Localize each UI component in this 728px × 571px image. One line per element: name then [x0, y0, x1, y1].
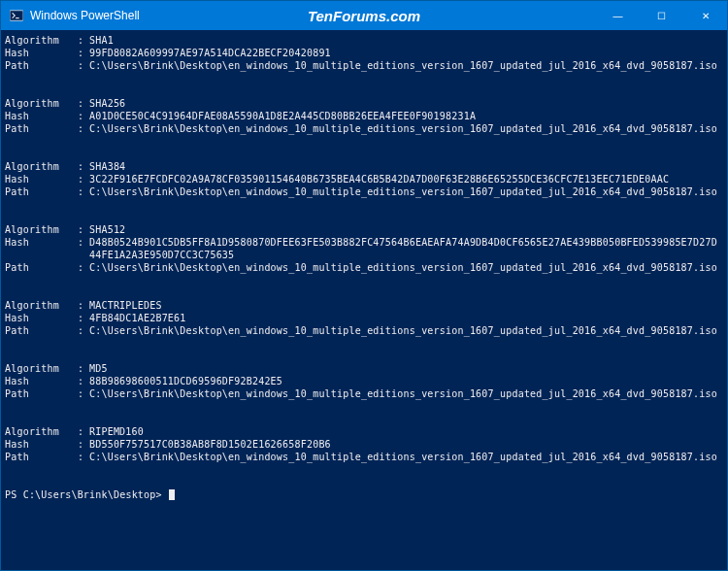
- field-value: MD5: [89, 362, 723, 375]
- output-row: Path: C:\Users\Brink\Desktop\en_windows_…: [5, 261, 723, 274]
- colon: :: [78, 438, 89, 451]
- maximize-button[interactable]: ☐: [640, 1, 683, 30]
- hash-result-block: Algorithm: SHA1Hash: 99FD8082A609997AE97…: [5, 34, 723, 72]
- close-button[interactable]: ✕: [683, 1, 727, 30]
- field-value: C:\Users\Brink\Desktop\en_windows_10_mul…: [89, 59, 723, 72]
- field-label: Algorithm: [5, 34, 78, 47]
- output-row: Hash: 99FD8082A609997AE97A514DCA22BECF20…: [5, 47, 723, 59]
- output-row: Hash: 4FB84DC1AE2B7E61: [5, 312, 723, 324]
- hash-result-block: Algorithm: RIPEMD160Hash: BD550F757517C0…: [5, 425, 723, 463]
- output-row: Path: C:\Users\Brink\Desktop\en_windows_…: [5, 387, 723, 400]
- output-row: Algorithm: RIPEMD160: [5, 425, 723, 438]
- field-value: C:\Users\Brink\Desktop\en_windows_10_mul…: [89, 324, 723, 337]
- close-icon: ✕: [702, 11, 710, 21]
- field-value: SHA384: [89, 160, 723, 173]
- colon: :: [78, 236, 89, 261]
- colon: :: [78, 223, 89, 236]
- minimize-button[interactable]: —: [596, 1, 640, 30]
- field-label: Hash: [5, 110, 78, 122]
- titlebar[interactable]: Windows PowerShell TenForums.com — ☐ ✕: [1, 1, 727, 30]
- output-row: Algorithm: SHA1: [5, 34, 723, 47]
- powershell-window: Windows PowerShell TenForums.com — ☐ ✕ A…: [0, 0, 728, 571]
- field-label: Path: [5, 59, 78, 72]
- svg-rect-0: [10, 11, 23, 21]
- colon: :: [78, 122, 89, 135]
- hash-result-block: Algorithm: SHA256Hash: A01D0CE50C4C91964…: [5, 97, 723, 135]
- hash-result-block: Algorithm: SHA512Hash: D48B0524B901C5DB5…: [5, 223, 723, 274]
- colon: :: [78, 312, 89, 324]
- colon: :: [78, 110, 89, 122]
- output-row: Path: C:\Users\Brink\Desktop\en_windows_…: [5, 324, 723, 337]
- field-label: Path: [5, 324, 78, 337]
- colon: :: [78, 425, 89, 438]
- field-value: 99FD8082A609997AE97A514DCA22BECF20420891: [89, 47, 723, 59]
- output-row: Hash: 3C22F916E7FCDFC02A9A78CF0359011546…: [5, 173, 723, 185]
- colon: :: [78, 299, 89, 312]
- colon: :: [78, 173, 89, 185]
- field-label: Algorithm: [5, 425, 78, 438]
- colon: :: [78, 387, 89, 400]
- output-row: Hash: 88B98698600511DCD69596DF92B242E5: [5, 375, 723, 387]
- output-row: Algorithm: MD5: [5, 362, 723, 375]
- prompt-line[interactable]: PS C:\Users\Brink\Desktop>: [5, 488, 723, 501]
- field-value: MACTRIPLEDES: [89, 299, 723, 312]
- field-label: Path: [5, 261, 78, 274]
- output-row: Path: C:\Users\Brink\Desktop\en_windows_…: [5, 185, 723, 198]
- field-value: BD550F757517C0B38AB8F8D1502E1626658F20B6: [89, 438, 723, 451]
- field-label: Algorithm: [5, 160, 78, 173]
- field-value: C:\Users\Brink\Desktop\en_windows_10_mul…: [89, 261, 723, 274]
- window-title: Windows PowerShell: [30, 9, 140, 22]
- colon: :: [78, 261, 89, 274]
- field-label: Hash: [5, 312, 78, 324]
- field-value: SHA256: [89, 97, 723, 110]
- output-row: Algorithm: SHA256: [5, 97, 723, 110]
- colon: :: [78, 47, 89, 59]
- field-value: C:\Users\Brink\Desktop\en_windows_10_mul…: [89, 387, 723, 400]
- field-value: RIPEMD160: [89, 425, 723, 438]
- field-value: C:\Users\Brink\Desktop\en_windows_10_mul…: [89, 185, 723, 198]
- field-label: Hash: [5, 236, 78, 261]
- colon: :: [78, 160, 89, 173]
- field-value: A01D0CE50C4C91964DFAE08A5590A1D8E2A445CD…: [89, 110, 723, 122]
- cursor: [169, 489, 175, 500]
- output-row: Path: C:\Users\Brink\Desktop\en_windows_…: [5, 59, 723, 72]
- field-label: Hash: [5, 47, 78, 59]
- field-label: Path: [5, 387, 78, 400]
- field-value: C:\Users\Brink\Desktop\en_windows_10_mul…: [89, 451, 723, 463]
- output-row: Path: C:\Users\Brink\Desktop\en_windows_…: [5, 451, 723, 463]
- colon: :: [78, 34, 89, 47]
- output-row: Algorithm: SHA512: [5, 223, 723, 236]
- field-value: 88B98698600511DCD69596DF92B242E5: [89, 375, 723, 387]
- output-row: Algorithm: SHA384: [5, 160, 723, 173]
- powershell-icon: [9, 8, 24, 23]
- colon: :: [78, 375, 89, 387]
- colon: :: [78, 59, 89, 72]
- field-value: C:\Users\Brink\Desktop\en_windows_10_mul…: [89, 122, 723, 135]
- field-value: 3C22F916E7FCDFC02A9A78CF035901154640B673…: [89, 173, 723, 185]
- field-label: Algorithm: [5, 299, 78, 312]
- field-value: SHA1: [89, 34, 723, 47]
- terminal-output[interactable]: Algorithm: SHA1Hash: 99FD8082A609997AE97…: [1, 30, 727, 570]
- field-value: D48B0524B901C5DB5FF8A1D9580870DFEE63FE50…: [89, 236, 723, 261]
- maximize-icon: ☐: [657, 11, 666, 21]
- colon: :: [78, 362, 89, 375]
- field-value: SHA512: [89, 223, 723, 236]
- colon: :: [78, 324, 89, 337]
- field-label: Path: [5, 451, 78, 463]
- hash-result-block: Algorithm: MACTRIPLEDESHash: 4FB84DC1AE2…: [5, 299, 723, 337]
- colon: :: [78, 451, 89, 463]
- colon: :: [78, 97, 89, 110]
- field-label: Path: [5, 122, 78, 135]
- field-value: 4FB84DC1AE2B7E61: [89, 312, 723, 324]
- field-label: Algorithm: [5, 97, 78, 110]
- output-row: Algorithm: MACTRIPLEDES: [5, 299, 723, 312]
- prompt-text: PS C:\Users\Brink\Desktop>: [5, 489, 168, 500]
- field-label: Hash: [5, 375, 78, 387]
- field-label: Algorithm: [5, 223, 78, 236]
- field-label: Algorithm: [5, 362, 78, 375]
- hash-result-block: Algorithm: SHA384Hash: 3C22F916E7FCDFC02…: [5, 160, 723, 198]
- field-label: Hash: [5, 438, 78, 451]
- field-label: Path: [5, 185, 78, 198]
- field-label: Hash: [5, 173, 78, 185]
- output-row: Hash: A01D0CE50C4C91964DFAE08A5590A1D8E2…: [5, 110, 723, 122]
